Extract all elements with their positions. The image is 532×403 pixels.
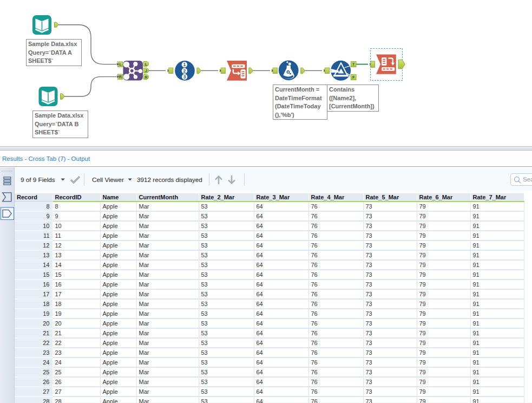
- svg-text:3: 3: [183, 74, 186, 80]
- svg-text:2: 2: [183, 68, 186, 74]
- svg-text:F: F: [352, 75, 354, 79]
- svg-text:R: R: [119, 75, 122, 79]
- svg-text:J: J: [145, 69, 147, 73]
- svg-text:L: L: [145, 62, 147, 66]
- svg-text:L: L: [119, 62, 121, 66]
- svg-text:R: R: [145, 75, 147, 79]
- svg-text:1: 1: [183, 62, 186, 67]
